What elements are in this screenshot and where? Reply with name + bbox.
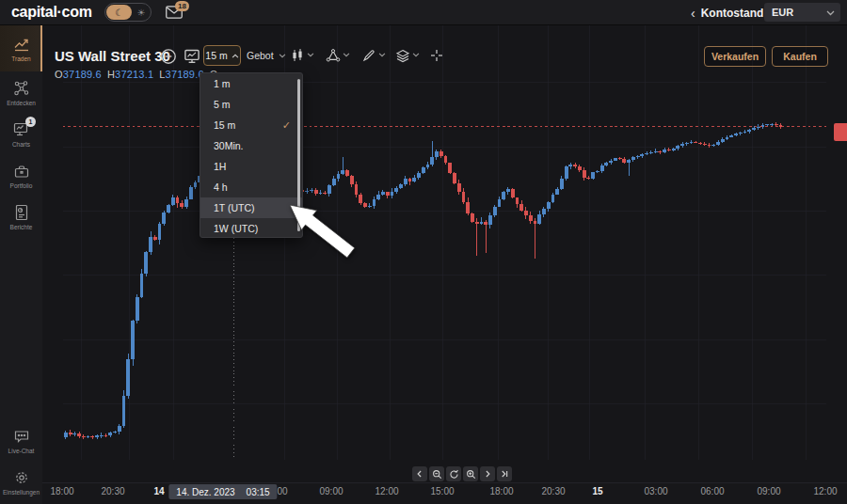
sidebar-bottom-items: Live-ChatEinstellungen (0, 419, 42, 502)
sidebar-item-live-chat[interactable]: Live-Chat (0, 419, 42, 461)
chevron-down-icon (279, 54, 286, 58)
live-chat-icon (12, 427, 31, 446)
axis-label: 12:00 (813, 486, 837, 496)
check-icon: ✓ (282, 115, 291, 135)
add-instrument-icon[interactable] (160, 48, 177, 65)
zoom-in-button[interactable] (463, 466, 478, 481)
high-label: H (107, 69, 115, 80)
crosshair-date: 14. Dez. 2023 (176, 487, 234, 497)
timeframe-option-15-m[interactable]: 15 m✓ (200, 115, 302, 135)
theme-toggle[interactable]: ☾ ☀ (104, 3, 152, 22)
axis-label: 20:30 (541, 486, 565, 496)
timeframe-option-1w-utc-[interactable]: 1W (UTC) (200, 218, 302, 238)
kontostand-link[interactable]: ‹ Kontostand (691, 6, 763, 21)
timeframe-option-1h[interactable]: 1H (200, 156, 302, 177)
shapes-icon[interactable] (326, 48, 341, 63)
axis-label: 20:30 (101, 486, 124, 496)
collapse-icon[interactable] (429, 48, 444, 63)
sidebar-item-entdecken[interactable]: Entdecken (0, 71, 42, 113)
open-value: 37189.6 (63, 69, 102, 80)
chevron-down-icon[interactable] (343, 53, 350, 57)
kontostand-label: Kontostand (701, 7, 764, 20)
sidebar-item-label: Berichte (10, 224, 33, 230)
quote-type-button[interactable]: Gebot (247, 45, 286, 66)
instrument-title: US Wall Street 30 (55, 48, 170, 64)
axis-label: 03:00 (644, 486, 667, 496)
timeframe-option-label: 30Min. (214, 140, 244, 151)
currency-select[interactable]: EUR (764, 3, 840, 22)
low-label: L (159, 69, 165, 80)
go-to-latest-button[interactable] (497, 466, 512, 481)
zoom-out-button[interactable] (429, 466, 444, 481)
multichart-icon[interactable] (184, 48, 200, 65)
sidebar-item-portfolio[interactable]: Portfolio (0, 154, 42, 196)
ohlc-readout: O37189.6H37213.1L37189.6C (55, 69, 223, 80)
entdecken-icon (12, 79, 31, 98)
trading-app: capital·com ☾ ☀ 18 ‹ Kontostand EUR Trad… (0, 0, 847, 504)
traden-icon (12, 35, 31, 54)
portfolio-icon (12, 162, 31, 181)
axis-label: 09:00 (757, 486, 780, 496)
brand-logo: capital·com (11, 4, 92, 21)
axis-label: 12:00 (375, 486, 398, 496)
chevron-down-icon[interactable] (307, 53, 314, 57)
sidebar-item-label: Live-Chat (8, 448, 35, 454)
mouse-cursor-arrow (288, 203, 358, 261)
chart-nav-controls (412, 466, 512, 481)
layers-icon[interactable] (395, 48, 410, 63)
timeframe-value: 15 m (205, 50, 227, 61)
notifications-button[interactable]: 18 (166, 6, 194, 23)
axis-label: 15 (592, 486, 602, 496)
chevron-right-button[interactable] (480, 466, 495, 481)
timeframe-option-4-h[interactable]: 4 h (200, 177, 302, 197)
sidebar-item-label: Einstellungen (3, 489, 40, 496)
chevron-left-button[interactable] (412, 466, 427, 481)
sidebar-item-einstellungen[interactable]: Einstellungen (0, 461, 42, 502)
timeframe-option-label: 1 m (214, 78, 231, 89)
axis-label: 09:00 (319, 486, 343, 496)
current-price-label (834, 123, 847, 141)
axis-label: 15:00 (430, 486, 454, 496)
sidebar-item-label: Entdecken (7, 100, 36, 106)
sidebar-main-items: TradenEntdecken1ChartsPortfolioBerichte (0, 25, 42, 237)
sun-icon[interactable]: ☀ (132, 8, 151, 18)
timeframe-option-1-m[interactable]: 1 m (200, 73, 302, 94)
open-label: O (55, 69, 63, 80)
einstellungen-icon (12, 468, 31, 487)
timeframe-option-1t-utc-[interactable]: 1T (UTC) (200, 197, 302, 218)
moon-icon[interactable]: ☾ (106, 5, 132, 20)
timeframe-option-label: 1T (UTC) (214, 202, 255, 213)
sidebar-item-berichte[interactable]: Berichte (0, 196, 42, 237)
axis-label: 18:00 (489, 486, 513, 496)
chevron-down-icon[interactable] (412, 53, 420, 57)
sell-button[interactable]: Verkaufen (704, 46, 766, 67)
sidebar: TradenEntdecken1ChartsPortfolioBerichte … (0, 25, 42, 504)
timeframe-option-label: 5 m (214, 99, 231, 110)
crosshair-date-tooltip: 14. Dez. 2023 03:15 (168, 484, 277, 499)
sidebar-item-label: Traden (11, 55, 30, 62)
sidebar-badge: 1 (25, 117, 36, 127)
reset-view-button[interactable] (446, 466, 461, 481)
sidebar-item-traden[interactable]: Traden (0, 25, 42, 71)
candlestick-chart[interactable] (42, 25, 847, 504)
timeframe-option-30min-[interactable]: 30Min. (200, 135, 302, 156)
time-axis[interactable]: 18:0020:301406:0009:0012:0015:0018:0020:… (42, 482, 847, 504)
chevron-down-icon (826, 10, 835, 16)
quote-type-value: Gebot (247, 50, 274, 61)
buy-button[interactable]: Kaufen (772, 46, 828, 67)
sidebar-item-label: Charts (12, 141, 30, 148)
timeframe-button[interactable]: 15 m (203, 45, 241, 66)
chevron-down-icon[interactable] (378, 53, 386, 57)
chevron-up-icon (232, 54, 239, 58)
timeframe-option-5-m[interactable]: 5 m (200, 94, 302, 115)
chart-type-icon[interactable] (290, 48, 305, 63)
axis-label: 14 (153, 486, 164, 496)
low-value: 37189.6 (166, 69, 204, 80)
back-chevron-icon: ‹ (691, 6, 695, 21)
currency-value: EUR (772, 7, 793, 18)
axis-label: 18:00 (50, 486, 73, 496)
timeframe-option-label: 15 m (214, 119, 235, 131)
sidebar-item-charts[interactable]: 1Charts (0, 113, 42, 154)
axis-label: 06:00 (700, 486, 724, 496)
draw-icon[interactable] (361, 48, 376, 63)
